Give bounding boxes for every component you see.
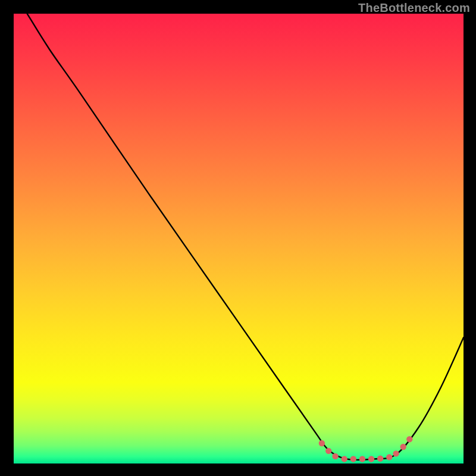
- optimal-dot: [319, 440, 325, 446]
- optimal-dot: [341, 456, 347, 462]
- optimal-dot: [368, 456, 374, 462]
- gradient-plot-bg: [14, 14, 464, 464]
- optimal-dot: [377, 455, 383, 461]
- optimal-dot: [325, 448, 331, 454]
- optimal-dot: [386, 454, 392, 460]
- bottleneck-chart: [0, 0, 476, 476]
- optimal-dot: [332, 453, 338, 459]
- watermark-text: TheBottleneck.com: [358, 1, 470, 15]
- optimal-dot: [350, 456, 356, 462]
- optimal-dot: [400, 444, 406, 450]
- optimal-dot: [406, 436, 412, 442]
- optimal-dot: [359, 456, 365, 462]
- optimal-dot: [393, 450, 399, 456]
